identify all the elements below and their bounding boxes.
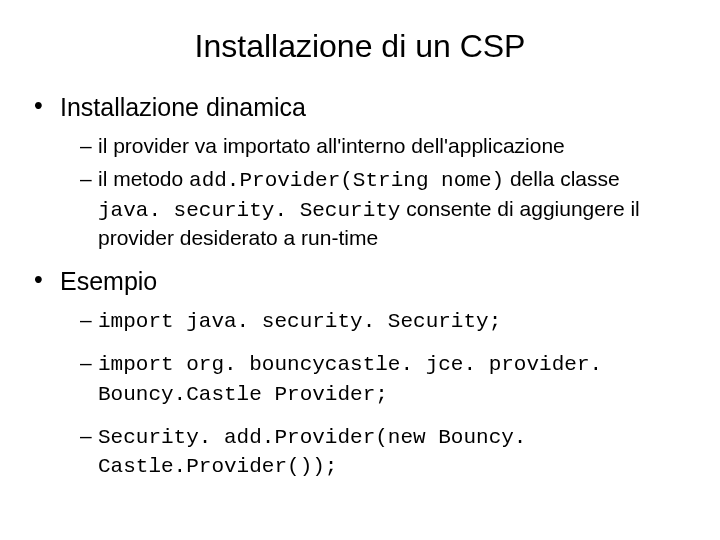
sub-item: Security. add.Provider(new Bouncy. Castl… [80,422,686,481]
text-run: il metodo [98,167,189,190]
sub-item: import java. security. Security; [80,306,686,335]
section-heading: Esempio [60,267,157,295]
text-run: il provider va importato all'interno del… [98,134,565,157]
section-esempio: Esempio import java. security. Security;… [34,267,686,480]
sub-item: import org. bouncycastle. jce. provider.… [80,349,686,408]
sub-item: il metodo add.Provider(String nome) dell… [80,165,686,251]
text-run: della classe [504,167,620,190]
sub-list: import java. security. Security; import … [80,306,686,480]
code-run: java. security. Security [98,199,400,222]
code-run: import org. bouncycastle. jce. provider.… [98,353,602,405]
code-run: Security. add.Provider(new Bouncy. Castl… [98,426,526,478]
section-heading: Installazione dinamica [60,93,306,121]
bullet-list: Installazione dinamica il provider va im… [34,93,686,481]
slide: Installazione di un CSP Installazione di… [0,0,720,540]
code-run: add.Provider(String nome) [189,169,504,192]
slide-title: Installazione di un CSP [34,28,686,65]
sub-list: il provider va importato all'interno del… [80,132,686,251]
code-run: import java. security. Security; [98,310,501,333]
section-installazione: Installazione dinamica il provider va im… [34,93,686,251]
sub-item: il provider va importato all'interno del… [80,132,686,159]
